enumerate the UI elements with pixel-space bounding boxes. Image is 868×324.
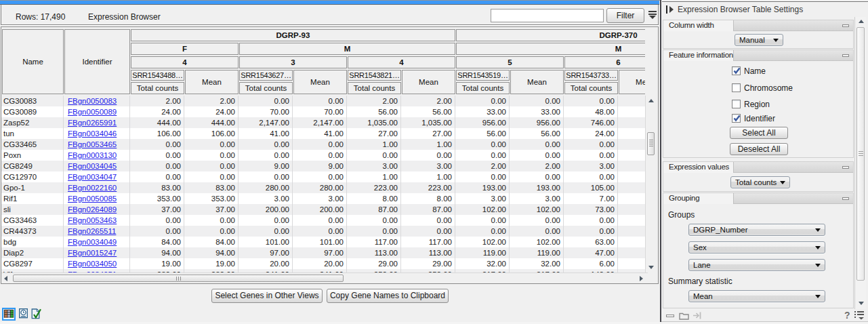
column-width-combo[interactable]: Manual [735, 34, 783, 46]
grouping-combo-sex[interactable]: Sex [688, 241, 825, 254]
table-row[interactable]: CG30083FBgn00500832.002.000.000.002.002.… [1, 96, 645, 106]
sample-header[interactable]: SRR1543821… [348, 70, 401, 81]
section-column-width-header[interactable]: Column width [663, 20, 853, 31]
select-genes-button[interactable]: Select Genes in Other Views [211, 289, 323, 303]
table-row[interactable]: tunFBgn0034046106.00106.0041.0041.0027.0… [1, 128, 645, 139]
grouping-combo-lane[interactable]: Lane [688, 259, 825, 271]
table-row[interactable]: Diap2FBgn001524794.0094.0097.0097.00113.… [1, 247, 645, 258]
identifier-link[interactable]: FBgn0034046 [68, 129, 117, 138]
mean-header[interactable]: Mean [185, 70, 239, 94]
mean-header[interactable]: Mean [510, 70, 564, 94]
scroll-down-icon[interactable] [859, 302, 864, 305]
identifier-link[interactable]: FBgn0003130 [68, 151, 117, 159]
identifier-link[interactable]: FBgn0050083 [68, 97, 117, 105]
total-counts-header[interactable]: Total counts [239, 82, 293, 94]
side-panel-scrollbar[interactable] [854, 17, 866, 309]
identifier-link[interactable]: FBgn0015247 [68, 249, 117, 257]
help-icon[interactable]: ? [844, 310, 850, 321]
horizontal-scrollbar[interactable] [1, 272, 648, 283]
sample-header[interactable]: SRR1543488… [131, 70, 184, 81]
table-row[interactable]: Rif1FBgn0050085353.00353.003.003.008.008… [1, 193, 645, 204]
grouping-combo-dgrp_number[interactable]: DGRP_Number [688, 224, 825, 236]
column-header-name[interactable]: Name [2, 29, 64, 94]
sample-header[interactable]: SRR1543627… [239, 70, 293, 81]
section-expression-values-header[interactable]: Expression values [663, 162, 853, 173]
copy-gene-names-button[interactable]: Copy Gene Names to Clipboard [327, 289, 449, 303]
sample-header[interactable]: SRR1543519… [456, 70, 510, 81]
collapse-all-icon[interactable] [666, 315, 674, 317]
table-row[interactable]: CG8249FBgn00340450.000.009.009.003.003.0… [1, 161, 645, 171]
group-header-dgrp-93[interactable]: DGRP-93 [131, 29, 455, 41]
lane-header-5[interactable]: 5 [456, 56, 564, 68]
checkbox-region[interactable] [732, 100, 741, 108]
total-counts-header[interactable]: Total counts [131, 82, 184, 94]
advanced-filter-icon[interactable] [648, 11, 657, 19]
table-row[interactable]: bdgFBgn003404984.0084.00101.00101.00117.… [1, 237, 645, 247]
side-panel-scroll-thumb[interactable] [856, 27, 865, 281]
identifier-link[interactable]: FBgn0050089 [68, 108, 117, 116]
side-panel-menu-icon[interactable] [854, 310, 865, 322]
collapse-section-icon[interactable] [842, 54, 849, 57]
table-row[interactable]: CR44373FBgn02655110.000.000.000.000.000.… [1, 226, 645, 237]
scroll-up-icon[interactable] [859, 20, 864, 23]
group-header-dgrp-370[interactable]: DGRP-370 [456, 29, 645, 41]
column-header-identifier[interactable]: Identifier [64, 29, 130, 94]
vertical-scroll-thumb[interactable] [647, 132, 655, 155]
sample-header[interactable]: SRR1543733… [564, 70, 618, 81]
identifier-link[interactable]: FBgn0034049 [68, 238, 117, 246]
filter-input[interactable] [491, 9, 604, 22]
collapse-panel-icon[interactable] [666, 5, 667, 14]
select-all-button[interactable]: Select All [730, 127, 788, 139]
section-grouping-header[interactable]: Grouping [663, 193, 853, 204]
identifier-link[interactable]: FBgn0264089 [68, 205, 117, 214]
table-row[interactable]: sliFBgn026408937.0037.00200.00200.0087.0… [1, 204, 645, 215]
folder-icon[interactable] [679, 311, 689, 322]
sex-header-m[interactable]: M [456, 43, 645, 55]
sex-header-f[interactable]: F [131, 43, 239, 55]
lane-header-4[interactable]: 4 [348, 56, 455, 68]
checkbox-name[interactable] [732, 66, 741, 75]
section-feature-information-header[interactable]: Feature information [663, 50, 853, 61]
total-counts-header[interactable]: Total counts [564, 82, 618, 94]
checkbox-identifier[interactable] [732, 114, 741, 123]
collapse-section-icon[interactable] [842, 166, 849, 169]
vertical-scrollbar[interactable] [645, 96, 656, 272]
identifier-link[interactable]: FBgn0022160 [68, 184, 117, 192]
table-row[interactable]: Zasp52FBgn0265991444.00444.002,147.002,1… [1, 117, 645, 128]
identifier-link[interactable]: FBgn0050085 [68, 195, 117, 203]
mean-header[interactable]: Mean [619, 70, 645, 94]
lane-header-6[interactable]: 6 [564, 56, 645, 68]
table-view-icon[interactable] [2, 308, 16, 321]
identifier-link[interactable]: FBgn0053465 [68, 140, 117, 148]
filter-button[interactable]: Filter [606, 8, 644, 23]
scroll-down-icon[interactable] [648, 266, 654, 269]
mean-header[interactable]: Mean [293, 70, 347, 94]
table-row[interactable]: PoxnFBgn00031300.000.000.000.000.000.000… [1, 150, 645, 161]
scroll-right-icon[interactable] [640, 276, 643, 281]
sex-header-m[interactable]: M [239, 43, 455, 55]
table-row[interactable]: Gpo-1FBgn002216083.0083.00280.00280.0022… [1, 182, 645, 193]
table-row[interactable]: CG8297FBgn003405019.0019.0020.0020.0029.… [1, 258, 645, 269]
total-counts-header[interactable]: Total counts [456, 82, 510, 94]
checkbox-chromosome[interactable] [732, 83, 741, 92]
identifier-link[interactable]: FBgn0034047 [68, 173, 117, 181]
scroll-left-icon[interactable] [4, 276, 7, 281]
identifier-link[interactable]: FBgn0265991 [68, 119, 117, 127]
history-view-icon[interactable] [19, 308, 28, 321]
element-info-view-icon[interactable] [31, 308, 42, 321]
table-row[interactable]: CG30089FBgn005008924.0024.0070.0070.0056… [1, 106, 645, 117]
horizontal-scroll-thumb[interactable] [13, 275, 344, 282]
collapse-section-icon[interactable] [842, 24, 849, 27]
identifier-link[interactable]: FBgn0265511 [68, 227, 116, 235]
mean-header[interactable]: Mean [402, 70, 455, 94]
summary-statistic-combo[interactable]: Mean [688, 290, 825, 302]
table-row[interactable]: CG33465FBgn00534650.000.000.000.001.001.… [1, 139, 645, 150]
scroll-up-icon[interactable] [648, 99, 654, 102]
deselect-all-button[interactable]: Deselect All [730, 143, 788, 155]
table-row[interactable]: CG33463FBgn00534630.000.000.000.000.000.… [1, 215, 645, 226]
identifier-link[interactable]: FBgn0034045 [68, 162, 117, 170]
collapse-section-icon[interactable] [842, 197, 849, 200]
total-counts-header[interactable]: Total counts [348, 82, 401, 94]
expression-values-combo[interactable]: Total counts [730, 176, 790, 188]
apply-to-other-views-icon[interactable] [693, 311, 702, 322]
